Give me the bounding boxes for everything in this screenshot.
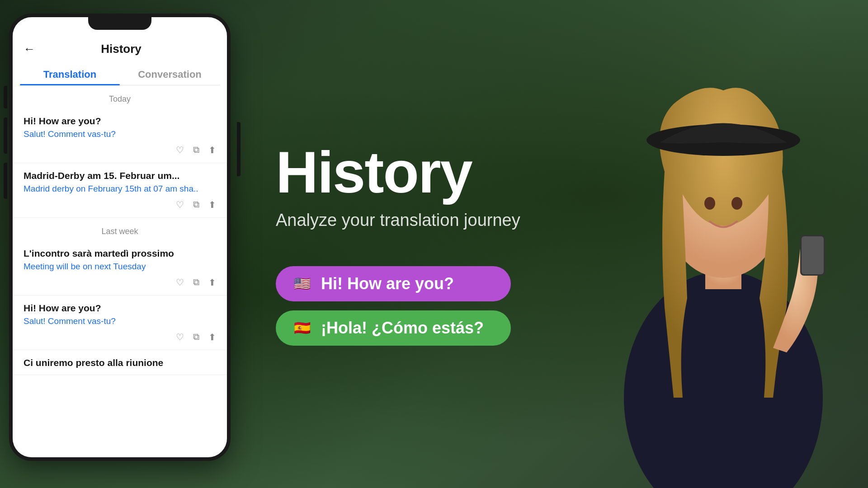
action-bar-2: ♡ ⧉ ⬆ (24, 199, 216, 214)
original-text-2: Madrid-Derby am 15. Februar um... (24, 170, 216, 181)
person-silhouette (570, 81, 868, 488)
phone-side-button-1 (4, 86, 7, 108)
translation-item-3: L'incontro sarà martedì prossimo Meeting… (13, 241, 227, 296)
like-button-2[interactable]: ♡ (176, 199, 184, 210)
spanish-chat-bubble: 🇪🇸 ¡Hola! ¿Cómo estás? (276, 310, 511, 346)
copy-button-1[interactable]: ⧉ (193, 145, 199, 155)
translation-item-5: Ci uniremo presto alla riunione (13, 350, 227, 375)
es-flag-icon: 🇪🇸 (290, 320, 314, 336)
translated-text-1: Salut! Comment vas-tu? (24, 129, 216, 139)
translation-item-2: Madrid-Derby am 15. Februar um... Madrid… (13, 163, 227, 218)
copy-button-3[interactable]: ⧉ (193, 277, 199, 288)
tab-translation[interactable]: Translation (20, 63, 120, 85)
app-header: ← History (13, 33, 227, 63)
translated-text-3: Meeting will be on next Tuesday (24, 262, 216, 272)
share-button-2[interactable]: ⬆ (208, 199, 216, 210)
copy-button-4[interactable]: ⧉ (193, 332, 199, 343)
english-bubble-text: Hi! How are you? (321, 274, 454, 293)
translation-item-4: Hi! How are you? Salut! Comment vas-tu? … (13, 296, 227, 350)
share-button-3[interactable]: ⬆ (208, 277, 216, 288)
english-chat-bubble: 🇺🇸 Hi! How are you? (276, 266, 511, 301)
translation-item-1: Hi! How are you? Salut! Comment vas-tu? … (13, 108, 227, 163)
phone-mockup: ← History Translation Conversation Today… (9, 14, 235, 465)
app-title: History (42, 42, 200, 56)
svg-point-4 (704, 197, 715, 210)
copy-button-2[interactable]: ⧉ (193, 199, 199, 210)
us-flag-icon: 🇺🇸 (290, 276, 314, 292)
tab-conversation[interactable]: Conversation (120, 63, 220, 85)
share-button-4[interactable]: ⬆ (208, 332, 216, 343)
phone-screen: ← History Translation Conversation Today… (13, 17, 227, 457)
share-button-1[interactable]: ⬆ (208, 145, 216, 155)
phone-side-button-right (237, 122, 241, 176)
like-button-3[interactable]: ♡ (176, 277, 184, 288)
original-text-1: Hi! How are you? (24, 116, 216, 127)
original-text-3: L'incontro sarà martedì prossimo (24, 248, 216, 259)
like-button-1[interactable]: ♡ (176, 145, 184, 155)
section-last-week: Last week (13, 218, 227, 241)
like-button-4[interactable]: ♡ (176, 332, 184, 343)
tabs-container: Translation Conversation (20, 63, 220, 85)
phone-side-button-3 (4, 163, 7, 199)
section-today: Today (13, 85, 227, 108)
translated-text-2: Madrid derby on February 15th at 07 am s… (24, 184, 216, 194)
svg-point-5 (731, 197, 742, 210)
phone-side-button-2 (4, 117, 7, 154)
chat-bubbles-container: 🇺🇸 Hi! How are you? 🇪🇸 ¡Hola! ¿Cómo está… (276, 266, 511, 346)
original-text-4: Hi! How are you? (24, 303, 216, 314)
back-button[interactable]: ← (24, 42, 35, 56)
person-image (552, 81, 868, 488)
original-text-5: Ci uniremo presto alla riunione (24, 357, 216, 368)
phone-frame: ← History Translation Conversation Today… (9, 14, 231, 461)
spanish-bubble-text: ¡Hola! ¿Cómo estás? (321, 319, 484, 338)
svg-rect-7 (802, 236, 824, 274)
action-bar-4: ♡ ⧉ ⬆ (24, 332, 216, 346)
action-bar-3: ♡ ⧉ ⬆ (24, 277, 216, 291)
translated-text-4: Salut! Comment vas-tu? (24, 316, 216, 326)
action-bar-1: ♡ ⧉ ⬆ (24, 145, 216, 159)
